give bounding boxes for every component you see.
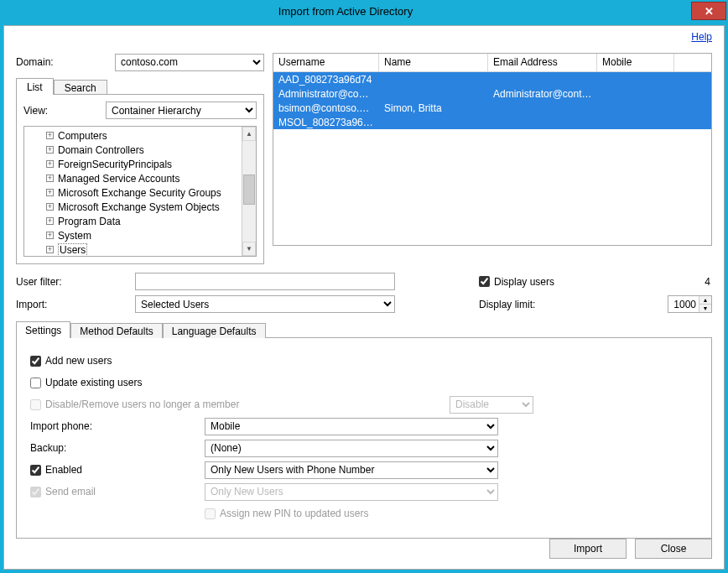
tree-item-label: System <box>58 230 91 242</box>
list-cell: Administrator@contos... <box>273 88 379 100</box>
list-cell: Administrator@contos... <box>488 88 597 100</box>
send-email-combo: Only New Users <box>205 483 498 501</box>
tree-item[interactable]: +System <box>26 228 240 242</box>
tab-language-defaults[interactable]: Language Defaults <box>163 323 266 338</box>
view-label: View: <box>23 105 106 117</box>
scroll-down-icon[interactable]: ▼ <box>242 242 256 256</box>
import-button[interactable]: Import <box>549 539 627 559</box>
tree-item[interactable]: +Managed Service Accounts <box>26 171 240 185</box>
display-limit-label: Display limit: <box>479 299 662 310</box>
expand-icon[interactable]: + <box>46 175 54 182</box>
tree-item-label: Managed Service Accounts <box>58 173 179 185</box>
tree-item[interactable]: +Microsoft Exchange System Objects <box>26 200 240 214</box>
list-row[interactable]: bsimon@contoso.comSimon, Britta <box>273 101 711 115</box>
window-title: Import from Active Directory <box>0 5 691 18</box>
list-row[interactable]: Administrator@contos...Administrator@con… <box>273 86 711 101</box>
user-filter-input[interactable] <box>135 273 395 290</box>
expand-icon[interactable]: + <box>46 132 54 139</box>
backup-combo[interactable]: (None) <box>205 440 498 457</box>
tree-item[interactable]: +Domain Controllers <box>26 143 240 157</box>
tree-item[interactable]: +Users <box>26 242 240 256</box>
import-phone-combo[interactable]: Mobile <box>205 418 498 435</box>
send-email-checkbox: Send email <box>30 486 96 497</box>
result-count: 4 <box>662 276 712 288</box>
domain-label: Domain: <box>16 56 115 68</box>
assign-pin-checkbox: Assign new PIN to updated users <box>205 508 368 519</box>
user-filter-label: User filter: <box>16 276 135 288</box>
col-name[interactable]: Name <box>379 54 488 72</box>
enabled-checkbox[interactable]: Enabled <box>30 464 82 476</box>
tree-item-label: Users <box>58 243 87 257</box>
col-mobile[interactable]: Mobile <box>597 54 674 72</box>
display-users-checkbox[interactable]: Display users <box>479 276 662 288</box>
display-limit-spinner[interactable]: ▲▼ <box>668 295 712 313</box>
tree-item-label: Domain Controllers <box>58 144 144 156</box>
container-tree[interactable]: +Computers+Domain Controllers+ForeignSec… <box>24 127 242 256</box>
update-existing-checkbox[interactable]: Update existing users <box>30 377 142 388</box>
backup-label: Backup: <box>30 442 66 454</box>
close-icon[interactable]: ✕ <box>691 2 726 20</box>
add-new-users-checkbox[interactable]: Add new users <box>30 355 112 367</box>
tree-item[interactable]: +Computers <box>26 128 240 143</box>
tab-search[interactable]: Search <box>54 80 107 95</box>
tree-item-label: Program Data <box>58 216 121 227</box>
col-email[interactable]: Email Address <box>488 54 597 72</box>
listview-header: Username Name Email Address Mobile <box>273 54 711 72</box>
import-combo[interactable]: Selected Users <box>135 295 395 313</box>
list-row[interactable]: AAD_808273a96d74 <box>273 72 711 86</box>
expand-icon[interactable]: + <box>46 146 54 154</box>
tab-settings[interactable]: Settings <box>16 321 70 338</box>
import-label: Import: <box>16 299 135 310</box>
tab-list[interactable]: List <box>16 78 54 95</box>
tab-method-defaults[interactable]: Method Defaults <box>70 323 162 338</box>
domain-combo[interactable]: contoso.com <box>115 54 264 71</box>
expand-icon[interactable]: + <box>46 232 54 239</box>
spin-down-icon[interactable]: ▼ <box>699 305 711 312</box>
tree-item-label: Microsoft Exchange System Objects <box>58 201 220 213</box>
list-cell: bsimon@contoso.com <box>273 102 379 114</box>
expand-icon[interactable]: + <box>46 189 54 196</box>
expand-icon[interactable]: + <box>46 203 54 211</box>
col-username[interactable]: Username <box>273 54 379 72</box>
expand-icon[interactable]: + <box>46 217 54 225</box>
disable-remove-combo: Disable <box>450 396 533 414</box>
spin-up-icon[interactable]: ▲ <box>699 296 711 305</box>
help-link[interactable]: Help <box>691 31 712 43</box>
tree-item[interactable]: +Microsoft Exchange Security Groups <box>26 185 240 200</box>
tree-item-label: Microsoft Exchange Security Groups <box>58 187 221 199</box>
tree-item-label: ForeignSecurityPrincipals <box>58 159 172 170</box>
list-cell: AAD_808273a96d74 <box>273 74 379 86</box>
scroll-up-icon[interactable]: ▲ <box>242 127 256 141</box>
import-phone-label: Import phone: <box>30 420 92 432</box>
tree-scrollbar[interactable]: ▲ ▼ <box>242 127 256 256</box>
expand-icon[interactable]: + <box>46 160 54 168</box>
tree-item[interactable]: +Program Data <box>26 214 240 228</box>
list-row[interactable]: MSOL_808273a96d74 <box>273 115 711 129</box>
tree-item-label: Computers <box>58 130 107 142</box>
view-combo[interactable]: Container Hierarchy <box>106 102 257 119</box>
users-listview[interactable]: Username Name Email Address Mobile AAD_8… <box>273 53 712 246</box>
expand-icon[interactable]: + <box>46 246 54 253</box>
enabled-combo[interactable]: Only New Users with Phone Number <box>205 461 498 479</box>
list-cell: Simon, Britta <box>379 102 488 114</box>
scroll-thumb[interactable] <box>243 175 255 205</box>
list-cell: MSOL_808273a96d74 <box>273 117 379 128</box>
tree-item[interactable]: +ForeignSecurityPrincipals <box>26 157 240 171</box>
titlebar: Import from Active Directory ✕ <box>0 0 728 22</box>
col-spacer <box>674 54 711 72</box>
disable-remove-checkbox: Disable/Remove users no longer a member <box>30 398 239 410</box>
close-button[interactable]: Close <box>635 539 712 559</box>
